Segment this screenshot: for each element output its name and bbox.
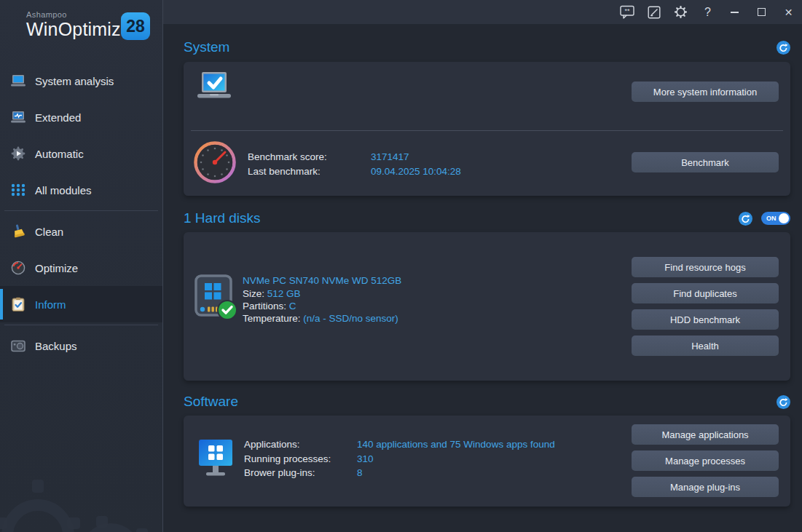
browser-plugins-label: Brower plug-ins:	[244, 467, 357, 480]
disk-partitions-row: Partitions: C	[243, 300, 401, 312]
sidebar-item-label: Extended	[35, 111, 81, 124]
manage-processes-button[interactable]: Manage processes	[632, 450, 779, 471]
gear-play-icon	[10, 146, 26, 162]
benchmark-button[interactable]: Benchmark	[632, 152, 779, 172]
disk-temperature-row: Temperature: (n/a - SSD/no sensor)	[243, 312, 401, 325]
sidebar-item-label: Optimize	[35, 262, 78, 274]
feedback-button[interactable]: **	[613, 0, 640, 24]
hard-disks-section-header: 1 Hard disks ON	[184, 210, 790, 226]
manage-applications-button[interactable]: Manage applications	[632, 424, 779, 445]
sidebar-item-label: All modules	[35, 184, 92, 196]
disk-partitions-value: C	[289, 301, 296, 311]
notes-button[interactable]	[640, 0, 667, 24]
version-badge: 28	[121, 12, 150, 40]
hard-disk-buttons: Find resource hogs Find duplicates HDD b…	[632, 257, 779, 356]
toggle-knob	[779, 213, 789, 223]
sidebar-item-label: System analysis	[35, 75, 114, 87]
svg-text:**: **	[624, 7, 630, 15]
settings-button[interactable]	[667, 0, 694, 24]
sidebar-item-system-analysis[interactable]: System analysis	[0, 63, 162, 99]
maximize-icon	[758, 8, 766, 16]
browser-plugins-value: 8	[357, 467, 555, 480]
hard-disk-info: NVMe PC SN740 NVMe WD 512GB Size: 512 GB…	[243, 274, 401, 325]
maximize-button[interactable]	[748, 0, 775, 24]
refresh-software-icon[interactable]	[777, 395, 790, 409]
disk-temperature-value: (n/a - SSD/no sensor)	[303, 313, 398, 324]
software-info: Applications: 140 applications and 75 Wi…	[244, 438, 555, 480]
software-section-title: Software	[184, 394, 238, 410]
sidebar-item-clean[interactable]: Clean	[0, 213, 162, 250]
sidebar-item-inform[interactable]: Inform	[0, 286, 162, 322]
sidebar-item-optimize[interactable]: Optimize	[0, 250, 162, 286]
disk-partitions-label: Partitions:	[243, 301, 286, 311]
help-button[interactable]: ?	[694, 0, 721, 24]
refresh-hard-disks-icon[interactable]	[739, 212, 752, 226]
hdd-benchmark-button[interactable]: HDD benchmark	[632, 309, 779, 330]
disk-size-label: Size:	[243, 288, 264, 299]
close-button[interactable]: ✕	[775, 0, 802, 24]
benchmark-score-value: 3171417	[371, 151, 461, 164]
running-processes-value: 310	[357, 453, 555, 467]
system-section-header: System	[184, 39, 790, 55]
toggle-on-label: ON	[766, 215, 777, 222]
running-processes-label: Running processes:	[244, 453, 357, 467]
last-benchmark-label: Last benchmark:	[248, 165, 371, 178]
laptop-graph-icon	[10, 109, 26, 125]
sidebar-divider	[4, 210, 158, 211]
system-card: More system information Be	[184, 62, 790, 196]
disk-name: NVMe PC SN740 NVMe WD 512GB	[243, 274, 401, 287]
software-buttons: Manage applications Manage processes Man…	[632, 424, 779, 497]
gears-watermark-decoration	[0, 445, 154, 532]
disk-size-row: Size: 512 GB	[243, 287, 401, 300]
sidebar-item-label: Inform	[35, 298, 66, 311]
sidebar-divider	[4, 325, 158, 325]
hard-disk-icon	[192, 272, 239, 325]
health-button[interactable]: Health	[632, 336, 779, 356]
system-section-title: System	[184, 39, 229, 55]
broom-icon	[10, 223, 26, 239]
sidebar: Ashampoo WinOptimizer 28 System analysis…	[0, 0, 163, 532]
minimize-icon	[731, 12, 739, 13]
app-window: Ashampoo WinOptimizer 28 System analysis…	[0, 0, 802, 532]
software-section-header: Software	[184, 394, 790, 410]
more-system-information-button[interactable]: More system information	[632, 82, 779, 102]
hard-disks-card: NVMe PC SN740 NVMe WD 512GB Size: 512 GB…	[184, 232, 790, 381]
last-benchmark-value: 09.04.2025 10:04:28	[371, 165, 461, 178]
applications-monitor-icon	[198, 437, 233, 482]
sidebar-item-label: Backups	[35, 340, 77, 352]
modules-grid-icon	[10, 182, 26, 198]
refresh-system-icon[interactable]	[777, 41, 790, 55]
sidebar-item-automatic[interactable]: Automatic	[0, 135, 162, 172]
hard-disks-monitor-toggle[interactable]: ON	[761, 212, 790, 225]
hard-disks-section-title: 1 Hard disks	[184, 210, 261, 226]
sidebar-item-label: Automatic	[35, 148, 84, 160]
main-area: ** ? ✕ System	[163, 0, 802, 532]
laptop-check-icon	[196, 71, 232, 106]
manage-plugins-button[interactable]: Manage plug-ins	[632, 477, 779, 497]
disk-size-value: 512 GB	[267, 288, 301, 299]
speedometer-icon	[10, 260, 26, 276]
sidebar-nav: System analysis Extended Automatic All m…	[0, 63, 162, 364]
clipboard-check-icon	[10, 296, 26, 312]
benchmark-score-label: Benchmark score:	[248, 151, 371, 164]
titlebar: ** ? ✕	[163, 0, 802, 24]
sidebar-item-all-modules[interactable]: All modules	[0, 172, 162, 208]
find-duplicates-button[interactable]: Find duplicates	[632, 283, 779, 303]
content: System More system information	[163, 24, 802, 532]
applications-label: Applications:	[244, 438, 357, 452]
sidebar-item-backups[interactable]: Backups	[0, 327, 162, 364]
applications-value: 140 applications and 75 Windows apps fou…	[357, 438, 555, 452]
laptop-analysis-icon	[10, 73, 26, 89]
card-divider	[191, 130, 783, 131]
sidebar-item-extended[interactable]: Extended	[0, 99, 162, 135]
benchmark-gauge-icon	[193, 140, 237, 187]
app-logo: Ashampoo WinOptimizer 28	[0, 0, 162, 45]
software-card: Applications: 140 applications and 75 Wi…	[184, 416, 790, 507]
backup-icon	[10, 338, 26, 354]
minimize-button[interactable]	[721, 0, 748, 24]
benchmark-info: Benchmark score: 3171417 Last benchmark:…	[248, 151, 461, 178]
find-resource-hogs-button[interactable]: Find resource hogs	[632, 257, 779, 277]
sidebar-item-label: Clean	[35, 226, 63, 238]
disk-temperature-label: Temperature:	[243, 313, 301, 324]
